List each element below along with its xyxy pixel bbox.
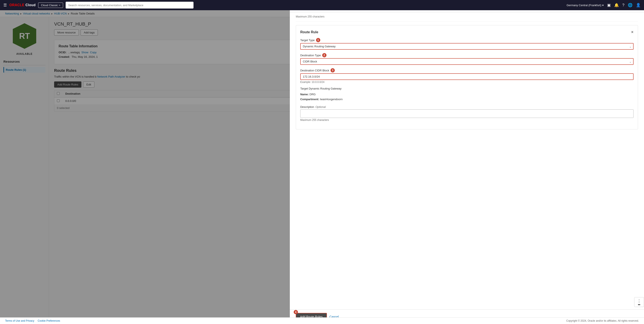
destination-type-select[interactable]: CIDR Block: [300, 58, 634, 65]
target-drg-label: Target Dynamic Routing Gateway: [300, 87, 634, 90]
search-input[interactable]: [66, 2, 194, 8]
cloud-classic-button[interactable]: Cloud Classic >: [38, 2, 63, 8]
help-widget-icon: ⋮: [637, 298, 641, 304]
close-route-rule-button[interactable]: ×: [631, 30, 634, 34]
destination-cidr-badge: 3: [330, 68, 335, 72]
hamburger-menu-icon[interactable]: ☰: [4, 3, 7, 8]
target-drg-section: Target Dynamic Routing Gateway Name: DRG…: [300, 87, 634, 102]
description-label: Description Optional: [300, 105, 634, 108]
notification-icon[interactable]: 🔔: [614, 3, 619, 8]
destination-type-badge: 2: [322, 53, 326, 57]
cidr-example: Example: 10.0.0.0/24: [300, 80, 634, 84]
top-description-area: Maximum 255 characters: [296, 12, 638, 22]
region-selector[interactable]: Germany Central (Frankfurt) ▾: [567, 4, 604, 7]
help-widget[interactable]: ⋮ ■■: [634, 297, 644, 307]
drg-info: Name: DRG Compartment: IwanHoogendoorn: [300, 92, 634, 102]
destination-type-label: Destination Type 2: [300, 53, 634, 57]
destination-cidr-label: Destination CIDR Block 3: [300, 68, 634, 72]
top-navigation: ☰ ORACLE Cloud Cloud Classic > Germany C…: [0, 0, 644, 10]
cookies-link[interactable]: Cookie Preferences: [38, 319, 60, 322]
add-route-panel: Add Route Rules Help Maximum 255 charact…: [290, 0, 644, 323]
route-rule-card: Route Rule × Target Type 1 Dynamic Routi…: [296, 25, 638, 130]
oracle-logo: ORACLE Cloud: [10, 3, 36, 7]
destination-cidr-input[interactable]: [300, 73, 634, 80]
add-btn-badge: 4: [294, 310, 298, 314]
destination-cidr-group: Destination CIDR Block 3 Example: 10.0.0…: [300, 68, 634, 84]
top-max-chars: Maximum 255 characters: [296, 15, 638, 18]
target-type-select-wrap: Dynamic Routing Gateway: [300, 43, 634, 50]
target-type-label: Target Type 1: [300, 38, 634, 42]
description-max-chars: Maximum 255 characters: [300, 118, 634, 122]
target-type-group: Target Type 1 Dynamic Routing Gateway: [300, 38, 634, 50]
description-input[interactable]: [300, 109, 634, 118]
nav-right: Germany Central (Frankfurt) ▾ ▣ 🔔 ? 🌐 👤: [567, 3, 640, 8]
copyright: Copyright © 2024, Oracle and/or its affi…: [566, 319, 639, 322]
display-icon[interactable]: ▣: [607, 3, 611, 8]
panel-body: Maximum 255 characters Route Rule × Targ…: [290, 12, 644, 309]
page-footer: Terms of Use and Privacy Cookie Preferen…: [0, 318, 644, 323]
footer-links: Terms of Use and Privacy Cookie Preferen…: [5, 319, 60, 322]
destination-type-select-wrap: CIDR Block: [300, 58, 634, 65]
target-type-select[interactable]: Dynamic Routing Gateway: [300, 43, 634, 50]
route-rule-card-title: Route Rule: [300, 30, 318, 34]
user-icon[interactable]: 👤: [636, 3, 640, 8]
route-rule-card-header: Route Rule ×: [300, 30, 634, 34]
globe-icon[interactable]: 🌐: [628, 3, 632, 8]
target-type-badge: 1: [316, 38, 320, 42]
description-group: Description Optional Maximum 255 charact…: [300, 105, 634, 122]
help-icon[interactable]: ?: [622, 3, 624, 8]
terms-link[interactable]: Terms of Use and Privacy: [5, 319, 34, 322]
destination-type-group: Destination Type 2 CIDR Block: [300, 53, 634, 65]
